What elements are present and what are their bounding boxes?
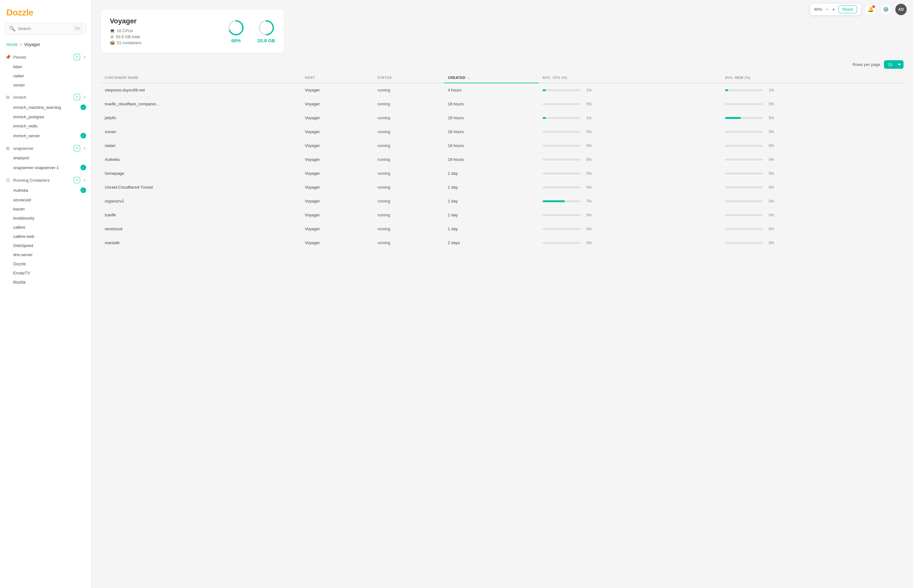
lidarr-label: lidarr	[13, 65, 86, 69]
cpu-icon: 💻	[110, 28, 115, 33]
table-row[interactable]: organizrv2 Voyager running 1 day 7% 0%	[101, 194, 903, 208]
cell-container-name: traefik_cloudflare_companio...	[101, 97, 301, 111]
search-input[interactable]	[18, 26, 71, 31]
table-row[interactable]: traefik_cloudflare_companio... Voyager r…	[101, 97, 903, 111]
calibre-label: calibre	[13, 225, 86, 229]
table-row[interactable]: traefik Voyager running 1 day 0% 0%	[101, 208, 903, 222]
snapserver-stack-icon: ⊞	[5, 145, 11, 151]
sidebar-item-filozilla[interactable]: filozilla	[0, 278, 91, 287]
settings-button[interactable]: ⚙️	[880, 4, 892, 15]
sidebar-item-radarr[interactable]: radarr	[0, 71, 91, 81]
sidebar-item-dns-server[interactable]: dns-server	[0, 250, 91, 259]
col-avg-mem[interactable]: AVG. MEM (%)	[721, 73, 903, 83]
running-containers-label: Running Containers	[13, 178, 74, 183]
col-avg-cpu[interactable]: AVG. CPU (%)	[539, 73, 721, 83]
running-chevron-icon: ∧	[83, 178, 86, 183]
table-row[interactable]: Authelia Voyager running 19 hours 0% 0%	[101, 153, 903, 166]
sidebar-item-immich-postgres[interactable]: immich_postgres	[0, 112, 91, 121]
immich-chevron-icon: ∧	[83, 95, 86, 99]
cell-host: Voyager	[301, 125, 373, 139]
sidebar: Dozzle 🔍 ⌘K Hosts > Voyager 📌 Pinned Y ∧…	[0, 0, 92, 588]
immich-section: ⊞ immich Y ∧ immich_machine_learning ✓ i…	[0, 91, 91, 142]
avatar[interactable]: AD	[895, 4, 907, 15]
pinned-badge: Y	[74, 54, 80, 60]
zoom-out-button[interactable]: −	[825, 7, 829, 12]
cell-mem: 0%	[721, 194, 903, 208]
immich-badge: Y	[74, 94, 80, 100]
sidebar-item-snapserver-1[interactable]: snapserver-snapserver-1 ✓	[0, 162, 91, 173]
main-content: Voyager 💻 16 CPUs 🖥 93.6 GB total 📦 51 c…	[92, 0, 913, 588]
memory-icon: 🖥	[110, 34, 114, 39]
authelia-label: Authelia	[13, 188, 81, 193]
sidebar-item-dozzle[interactable]: Dozzle	[0, 259, 91, 268]
table-row[interactable]: vitepress-dsync89-net Voyager running 4 …	[101, 83, 903, 97]
immich-section-header[interactable]: ⊞ immich Y ∧	[0, 92, 91, 102]
table-row[interactable]: Unraid-Cloudflared-Tunnel Voyager runnin…	[101, 181, 903, 194]
sidebar-item-immich-server[interactable]: immich_server ✓	[0, 131, 91, 141]
cell-cpu: 7%	[539, 194, 721, 208]
snapserver-section: ⊞ snapserver Y ∧ shairport snapserver-sn…	[0, 142, 91, 174]
sidebar-item-immich-ml[interactable]: immich_machine_learning ✓	[0, 102, 91, 112]
table-row[interactable]: radarr Voyager running 18 hours 0% 0%	[101, 139, 903, 153]
sidebar-item-azuracast[interactable]: azuracast	[0, 195, 91, 204]
cell-mem: 0%	[721, 139, 903, 153]
zoom-in-button[interactable]: +	[832, 7, 836, 12]
host-metrics: 68% 20.8 GB	[227, 19, 275, 43]
col-container-name[interactable]: CONTAINER NAME	[101, 73, 301, 83]
sidebar-item-immich-redis[interactable]: immich_redis	[0, 121, 91, 131]
cell-cpu: 0%	[539, 153, 721, 166]
col-created[interactable]: CREATED ↓	[444, 73, 538, 83]
table-row[interactable]: jellyfin Voyager running 18 hours 1% 5%	[101, 111, 903, 125]
sidebar-item-ersatztv[interactable]: ErsatzTV	[0, 268, 91, 278]
snapserver-section-header[interactable]: ⊞ snapserver Y ∧	[0, 143, 91, 153]
sidebar-item-bazarr[interactable]: bazarr	[0, 204, 91, 213]
snapserver-1-label: snapserver-snapserver-1	[13, 165, 81, 170]
cell-container-name: radarr	[101, 139, 301, 153]
sidebar-item-calibre[interactable]: calibre	[0, 223, 91, 232]
table-row[interactable]: sonarr Voyager running 18 hours 0% 0%	[101, 125, 903, 139]
sidebar-item-shairport[interactable]: shairport	[0, 153, 91, 162]
cell-created: 1 day	[444, 208, 538, 222]
sidebar-item-calibre-web[interactable]: calibre-web	[0, 232, 91, 241]
notifications-button[interactable]: 🔔	[865, 4, 876, 15]
cell-status: running	[374, 166, 444, 181]
dozzle-label: Dozzle	[13, 262, 86, 266]
table-body: vitepress-dsync89-net Voyager running 4 …	[101, 83, 903, 250]
col-host[interactable]: HOST	[301, 73, 373, 83]
cell-status: running	[374, 83, 444, 97]
zoom-control: 90% − + Reset	[810, 3, 861, 15]
cell-mem: 0%	[721, 153, 903, 166]
containers-table: CONTAINER NAME HOST STATUS CREATED ↓ AVG…	[101, 73, 903, 250]
sonarr-label: sonarr	[13, 82, 86, 87]
col-status[interactable]: STATUS	[374, 73, 444, 83]
search-box[interactable]: 🔍 ⌘K	[5, 23, 86, 34]
running-containers-badge: Y	[74, 177, 80, 183]
table-row[interactable]: mariadb Voyager running 2 days 0% 0%	[101, 236, 903, 250]
pinned-section-header[interactable]: 📌 Pinned Y ∧	[0, 52, 91, 62]
cell-mem: 0%	[721, 97, 903, 111]
cell-mem: 0%	[721, 222, 903, 236]
immich-server-check: ✓	[81, 133, 86, 139]
breadcrumb-hosts-link[interactable]: Hosts	[6, 42, 18, 47]
cell-created: 4 hours	[444, 83, 538, 97]
sidebar-item-diskspeed[interactable]: DiskSpeed	[0, 241, 91, 250]
cell-mem: 0%	[721, 208, 903, 222]
sidebar-item-lidarr[interactable]: lidarr	[0, 62, 91, 71]
cell-created: 1 day	[444, 194, 538, 208]
reset-button[interactable]: Reset	[838, 5, 857, 13]
cell-status: running	[374, 236, 444, 250]
sidebar-item-bookbounty[interactable]: bookbounty	[0, 213, 91, 223]
running-containers-header[interactable]: ⊡ Running Containers Y ∧	[0, 175, 91, 185]
cell-container-name: nextcloud	[101, 222, 301, 236]
host-cpu-row: 💻 16 CPUs	[110, 28, 217, 33]
sidebar-item-authelia[interactable]: Authelia ✓	[0, 185, 91, 195]
table-row[interactable]: homepage Voyager running 1 day 0% 0%	[101, 166, 903, 181]
rows-per-page-select[interactable]: 15 25 50 100	[884, 60, 903, 69]
cell-status: running	[374, 125, 444, 139]
cell-created: 18 hours	[444, 139, 538, 153]
sidebar-item-sonarr[interactable]: sonarr	[0, 81, 91, 90]
cell-host: Voyager	[301, 139, 373, 153]
table-row[interactable]: nextcloud Voyager running 1 day 0% 0%	[101, 222, 903, 236]
cell-host: Voyager	[301, 97, 373, 111]
filozilla-label: filozilla	[13, 280, 86, 284]
